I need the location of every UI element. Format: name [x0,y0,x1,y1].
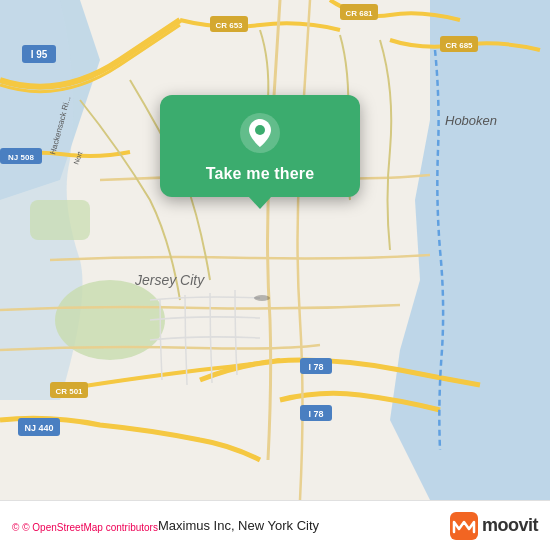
map-container[interactable]: I 95 NJ 440 I 78 I 78 CR 653 CR 681 CR 6… [0,0,550,500]
svg-text:I 78: I 78 [308,409,323,419]
copyright-symbol: © [12,522,19,533]
svg-text:CR 653: CR 653 [215,21,243,30]
svg-text:CR 685: CR 685 [445,41,473,50]
map-background: I 95 NJ 440 I 78 I 78 CR 653 CR 681 CR 6… [0,0,550,500]
svg-text:Hoboken: Hoboken [445,113,497,128]
svg-point-27 [254,295,270,301]
popup-label: Take me there [206,165,315,183]
svg-text:NJ 508: NJ 508 [8,153,34,162]
svg-text:I 78: I 78 [308,362,323,372]
location-pin-icon [238,111,282,155]
svg-text:Jersey City: Jersey City [134,272,205,288]
svg-point-29 [255,125,265,135]
svg-rect-4 [30,200,90,240]
bottom-bar: © © OpenStreetMap contributors Maximus I… [0,500,550,550]
svg-text:NJ 440: NJ 440 [24,423,53,433]
svg-text:I 95: I 95 [31,49,48,60]
moovit-brand: moovit [450,512,538,540]
svg-text:CR 501: CR 501 [55,387,83,396]
moovit-text-label: moovit [482,515,538,536]
attribution-area: © © OpenStreetMap contributors [12,517,158,535]
popup-card[interactable]: Take me there [160,95,360,197]
svg-text:CR 681: CR 681 [345,9,373,18]
location-label: Maximus Inc, New York City [158,518,450,533]
attribution-label: © OpenStreetMap contributors [22,522,158,533]
attribution-text: © © OpenStreetMap contributors [12,522,158,533]
moovit-logo-icon [450,512,478,540]
